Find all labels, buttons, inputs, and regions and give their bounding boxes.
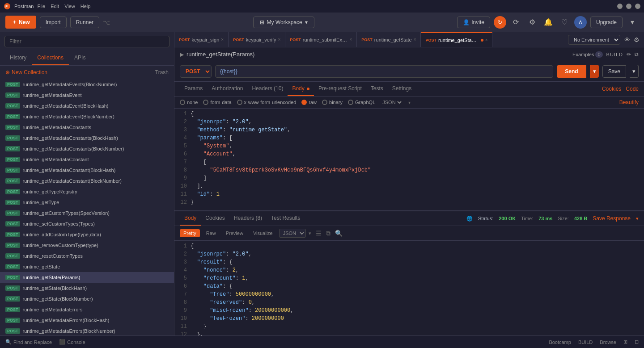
request-tab[interactable]: POST keypair_sign × xyxy=(174,32,229,47)
send-button[interactable]: Send xyxy=(557,65,586,78)
tab-close-icon[interactable]: × xyxy=(414,37,416,42)
collection-item[interactable]: POSTruntime_getState(BlockHash) xyxy=(0,283,174,293)
raw-radio[interactable]: raw xyxy=(301,100,317,105)
body-tab[interactable]: Body xyxy=(288,82,314,96)
save-response-button[interactable]: Save Response xyxy=(593,215,631,222)
heart-icon[interactable]: ♡ xyxy=(558,16,571,29)
console-item[interactable]: ⬛ Console xyxy=(59,339,85,345)
settings-tab[interactable]: Settings xyxy=(388,82,416,96)
history-icon[interactable]: ⟳ xyxy=(510,16,522,29)
collection-item[interactable]: POSTruntime_getMetadataEvent(BlockHash) xyxy=(0,101,174,111)
preview-tab[interactable]: Preview xyxy=(222,229,247,237)
collection-item[interactable]: POSTruntime_getMetadataEvent xyxy=(0,90,174,101)
avatar-icon[interactable]: A xyxy=(574,16,587,29)
trash-button[interactable]: Trash xyxy=(155,69,169,75)
collection-item[interactable]: POSTruntime_getState(BlockNumber) xyxy=(0,293,174,304)
find-replace-item[interactable]: 🔍 Find and Replace xyxy=(5,339,52,345)
collection-item[interactable]: POSTruntime_getMetadataConstant(BlockNum… xyxy=(0,176,174,186)
env-eye-icon[interactable]: 👁 xyxy=(624,36,630,43)
graphql-radio[interactable]: GraphQL xyxy=(348,100,375,105)
collection-item[interactable]: POSTruntime_resetCustomTypes xyxy=(0,251,174,261)
collection-item[interactable]: POSTruntime_getMetadataEvents(BlockNumbe… xyxy=(0,79,174,90)
menu-edit[interactable]: Edit xyxy=(51,4,59,9)
tab-close-icon[interactable]: × xyxy=(278,37,281,42)
tab-close-icon[interactable]: × xyxy=(485,38,488,42)
resp-body-tab[interactable]: Body xyxy=(180,211,201,226)
upgrade-chevron-icon[interactable]: ▾ xyxy=(626,16,639,29)
url-input[interactable] xyxy=(215,65,553,78)
close-btn[interactable] xyxy=(635,4,640,9)
runner-button[interactable]: Runner xyxy=(70,17,99,28)
workspace-button[interactable]: ⊞ My Workspace ▾ xyxy=(253,17,314,28)
headers-tab[interactable]: Headers (10) xyxy=(247,82,288,96)
cookies-button[interactable]: Cookies xyxy=(602,86,621,92)
resp-json-chevron[interactable]: ▾ xyxy=(309,231,311,236)
collection-item[interactable]: POSTruntime_getMetadataErrors(BlockNumbe… xyxy=(0,326,174,335)
save-dropdown-button[interactable]: ▾ xyxy=(630,65,639,78)
tests-tab[interactable]: Tests xyxy=(366,82,388,96)
none-radio[interactable]: none xyxy=(180,100,198,105)
filter-input[interactable] xyxy=(4,36,169,47)
resp-filter-icon[interactable]: ☰ xyxy=(316,230,322,237)
visualize-tab[interactable]: Visualize xyxy=(250,229,276,237)
grid-icon[interactable]: ⊞ xyxy=(623,339,627,345)
prerequest-tab[interactable]: Pre-request Script xyxy=(314,82,366,96)
menu-view[interactable]: View xyxy=(64,4,75,9)
upgrade-button[interactable]: Upgrade xyxy=(590,17,623,28)
collection-item[interactable]: POSTruntime_getTypeRegistry xyxy=(0,186,174,197)
import-button[interactable]: Import xyxy=(40,17,67,28)
invite-button[interactable]: 👤 Invite xyxy=(457,17,490,28)
urlencoded-radio[interactable]: x-www-form-urlencoded xyxy=(237,100,297,105)
beautify-button[interactable]: Beautify xyxy=(619,99,639,105)
collection-item[interactable]: POSTruntime_getMetadataConstant(BlockHas… xyxy=(0,165,174,176)
bell-icon[interactable]: 🔔 xyxy=(542,16,555,29)
collection-item[interactable]: POSTruntime_getCustomTypes(SpecVersion) xyxy=(0,208,174,218)
request-tab[interactable]: POST keypair_verify × xyxy=(229,32,285,47)
collection-item[interactable]: POSTruntime_getMetadataConstants xyxy=(0,122,174,133)
examples-button[interactable]: Examples 0 xyxy=(572,52,602,57)
params-tab[interactable]: Params xyxy=(180,82,207,96)
binary-radio[interactable]: binary xyxy=(322,100,343,105)
request-tab[interactable]: POST runtime_getState(Para... × xyxy=(421,32,492,47)
resp-copy-icon[interactable]: ⧉ xyxy=(326,230,330,237)
collection-item[interactable]: POSTruntime_removeCustomType(type) xyxy=(0,240,174,251)
browse-item[interactable]: Browse xyxy=(600,339,616,345)
settings-icon[interactable]: ⚙ xyxy=(526,16,538,29)
raw-tab[interactable]: Raw xyxy=(203,229,220,237)
tab-close-icon[interactable]: × xyxy=(350,37,352,42)
request-tab[interactable]: POST runtime_getState × xyxy=(357,32,421,47)
new-collection-button[interactable]: ⊕ New Collection xyxy=(5,69,47,75)
collection-item[interactable]: POSTruntime_getMetadataConstant xyxy=(0,154,174,165)
save-response-dropdown-icon[interactable]: ▾ xyxy=(636,216,639,222)
json-format-select[interactable]: JSON xyxy=(381,99,403,105)
collection-item[interactable]: POSTruntime_getState xyxy=(0,261,174,272)
request-code-editor[interactable]: 1{2 "jsonrpc": "2.0",3 "method": "runtim… xyxy=(174,109,644,210)
build-button[interactable]: BUILD xyxy=(606,52,623,57)
resp-cookies-tab[interactable]: Cookies xyxy=(201,211,229,226)
collections-tab[interactable]: Collections xyxy=(32,51,69,65)
workspace-icon[interactable]: ⌥ xyxy=(103,19,110,26)
collection-item[interactable]: POSTruntime_getType xyxy=(0,197,174,208)
minimize-btn[interactable] xyxy=(617,4,623,9)
pretty-tab[interactable]: Pretty xyxy=(180,229,200,237)
save-button[interactable]: Save xyxy=(602,65,626,78)
sync-icon[interactable]: ↻ xyxy=(494,16,506,29)
collection-item[interactable]: POSTruntime_getMetadataConstants(BlockNu… xyxy=(0,143,174,154)
menu-file[interactable]: File xyxy=(37,4,45,9)
copy-icon[interactable]: ⧉ xyxy=(635,51,639,58)
split-icon[interactable]: ⊟ xyxy=(635,339,639,345)
maximize-btn[interactable] xyxy=(626,4,631,9)
collection-item[interactable]: POSTruntime_getMetadataErrors(BlockHash) xyxy=(0,315,174,326)
code-button[interactable]: Code xyxy=(626,86,639,92)
collection-item[interactable]: POSTruntime_getMetadataErrors xyxy=(0,304,174,315)
resp-tests-tab[interactable]: Test Results xyxy=(267,211,305,226)
resp-json-select[interactable]: JSON xyxy=(279,229,306,238)
menu-help[interactable]: Help xyxy=(80,4,91,9)
send-dropdown-button[interactable]: ▾ xyxy=(590,65,599,78)
environment-select[interactable]: No Environment xyxy=(568,35,620,45)
bootcamp-item[interactable]: Bootcamp xyxy=(549,339,571,345)
resp-search-icon[interactable]: 🔍 xyxy=(335,230,343,237)
collection-item[interactable]: POSTruntime_getMetadataConstants(BlockHa… xyxy=(0,133,174,143)
method-select[interactable]: POST xyxy=(180,65,212,78)
edit-icon[interactable]: ✏ xyxy=(627,51,631,58)
